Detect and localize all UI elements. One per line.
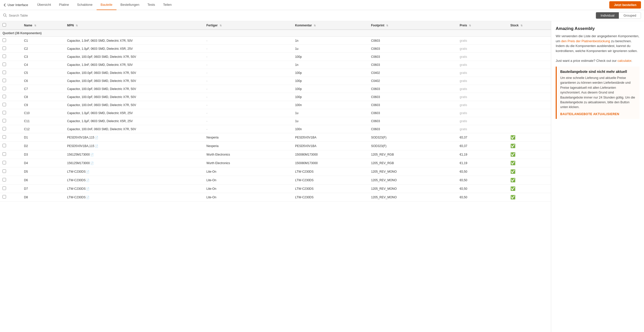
row-checkbox-cell[interactable] — [0, 37, 22, 45]
col-preis[interactable]: Preis ⇅ — [457, 21, 508, 30]
col-name[interactable]: Name ⇅ — [22, 21, 65, 30]
cell-preis: gratis — [457, 61, 508, 69]
update-offers-button[interactable]: BAUTEILANGEBOTE AKTUALISIEREN — [560, 112, 636, 116]
cell-stock: ✅ — [508, 193, 551, 202]
row-checkbox[interactable] — [3, 79, 6, 82]
table-container[interactable]: Name ⇅ MPN ⇅ Fertiger ⇅ Kommentar — [0, 21, 551, 332]
cell-stock: ✅ — [508, 167, 551, 176]
row-checkbox[interactable] — [3, 95, 6, 98]
row-checkbox-cell[interactable] — [0, 176, 22, 184]
cell-footprint: 1205_REV_MONO — [369, 167, 457, 176]
kommentar-sort-icon: ⇅ — [314, 24, 316, 27]
row-checkbox[interactable] — [3, 111, 6, 114]
row-checkbox-cell[interactable] — [0, 61, 22, 69]
cell-footprint: C0603 — [369, 37, 457, 45]
row-checkbox[interactable] — [3, 169, 6, 173]
doc-icon[interactable]: 📄 — [86, 187, 90, 190]
row-checkbox[interactable] — [3, 178, 6, 181]
table-row: C4 Capacitor, 1.0nF, 0603 SMD, Dielectri… — [0, 61, 551, 69]
grouped-toggle[interactable]: Grouped — [619, 12, 641, 19]
row-checkbox[interactable] — [3, 186, 6, 190]
row-checkbox[interactable] — [3, 55, 6, 58]
row-checkbox[interactable] — [3, 127, 6, 130]
row-checkbox[interactable] — [3, 135, 6, 139]
col-fertiger[interactable]: Fertiger ⇅ — [204, 21, 293, 30]
select-all-header[interactable] — [0, 21, 22, 30]
cell-stock: ✅ — [508, 159, 551, 167]
individual-toggle[interactable]: Individual — [596, 12, 619, 19]
sidebar-link2[interactable]: calculator — [618, 59, 631, 63]
row-checkbox-cell[interactable] — [0, 77, 22, 85]
row-checkbox-cell[interactable] — [0, 150, 22, 159]
row-checkbox-cell[interactable] — [0, 117, 22, 125]
col-footprint[interactable]: Footprint ⇅ — [369, 21, 457, 30]
row-checkbox-cell[interactable] — [0, 53, 22, 61]
tab-teilen[interactable]: Teilen — [159, 0, 176, 10]
cell-stock: ✅ — [508, 133, 551, 142]
sidebar-link1[interactable]: den Preis der Platinenbestückung — [561, 39, 610, 43]
doc-icon[interactable]: 📄 — [86, 179, 90, 182]
select-all-checkbox[interactable] — [3, 23, 6, 27]
doc-icon[interactable]: 📄 — [90, 162, 94, 165]
row-checkbox[interactable] — [3, 152, 6, 156]
row-checkbox-cell[interactable] — [0, 101, 22, 109]
cell-stock — [508, 125, 551, 133]
cell-fertiger: - — [204, 53, 293, 61]
row-checkbox[interactable] — [3, 119, 6, 122]
col-stock[interactable]: Stock ⇅ — [508, 21, 551, 30]
row-checkbox-cell[interactable] — [0, 184, 22, 193]
tab-ubersicht[interactable]: Übersicht — [33, 0, 55, 10]
cell-mpn: Capacitor, 1.0nF, 0603 SMD, Dielectric X… — [65, 61, 204, 69]
stock-ok-icon: ✅ — [510, 152, 515, 157]
row-checkbox[interactable] — [3, 161, 6, 164]
row-checkbox-cell[interactable] — [0, 93, 22, 101]
row-checkbox[interactable] — [3, 71, 6, 74]
cell-mpn: Capacitor, 1.0µF, 0603 SMD, Dielectric X… — [65, 117, 204, 125]
row-checkbox-cell[interactable] — [0, 85, 22, 93]
table-row: D3 156125M173000📄 Wurth Electronics 1500… — [0, 150, 551, 159]
doc-icon[interactable]: 📄 — [86, 170, 90, 173]
table-panel: Name ⇅ MPN ⇅ Fertiger ⇅ Kommentar — [0, 21, 551, 332]
row-checkbox-cell[interactable] — [0, 109, 22, 117]
tab-bauteile[interactable]: Bauteile — [97, 0, 116, 10]
sidebar-text4: . — [631, 59, 632, 63]
cell-footprint: C0603 — [369, 125, 457, 133]
cell-preis: gratis — [457, 93, 508, 101]
back-button[interactable]: User Interface — [3, 3, 28, 7]
tab-tests[interactable]: Tests — [143, 0, 159, 10]
cell-name: D4 — [22, 159, 65, 167]
cell-preis: €0,37 — [457, 142, 508, 150]
row-checkbox[interactable] — [3, 38, 6, 42]
row-checkbox-cell[interactable] — [0, 193, 22, 202]
tab-schablone[interactable]: Schablone — [73, 0, 96, 10]
cell-fertiger: Lite-On — [204, 184, 293, 193]
cell-name: C3 — [22, 53, 65, 61]
row-checkbox-cell[interactable] — [0, 133, 22, 142]
row-checkbox-cell[interactable] — [0, 167, 22, 176]
row-checkbox-cell[interactable] — [0, 45, 22, 53]
doc-icon[interactable]: 📄 — [95, 145, 98, 148]
row-checkbox[interactable] — [3, 46, 6, 50]
row-checkbox-cell[interactable] — [0, 125, 22, 133]
tab-platine[interactable]: Platine — [55, 0, 73, 10]
row-checkbox-cell[interactable] — [0, 142, 22, 150]
search-input[interactable] — [9, 14, 594, 17]
doc-icon[interactable]: 📄 — [95, 136, 98, 139]
row-checkbox[interactable] — [3, 87, 6, 90]
cell-mpn: Capacitor, 100.0pF, 0603 SMD, Dielectric… — [65, 85, 204, 93]
row-checkbox[interactable] — [3, 195, 6, 199]
row-checkbox[interactable] — [3, 103, 6, 106]
sidebar-body-text: Wir verwenden die Liste der angegebenen … — [556, 34, 639, 63]
doc-icon[interactable]: 📄 — [90, 153, 94, 156]
col-kommentar[interactable]: Kommentar ⇅ — [293, 21, 369, 30]
row-checkbox-cell[interactable] — [0, 69, 22, 77]
row-checkbox-cell[interactable] — [0, 159, 22, 167]
cell-stock — [508, 45, 551, 53]
row-checkbox[interactable] — [3, 63, 6, 66]
col-mpn[interactable]: MPN ⇅ — [65, 21, 204, 30]
tab-bestellungen[interactable]: Bestellungen — [116, 0, 143, 10]
row-checkbox[interactable] — [3, 144, 6, 147]
order-button[interactable]: Jetzt bestellen — [609, 1, 641, 9]
table-row: D4 156125M173000📄 Wurth Electronics 1500… — [0, 159, 551, 167]
doc-icon[interactable]: 📄 — [86, 196, 90, 199]
